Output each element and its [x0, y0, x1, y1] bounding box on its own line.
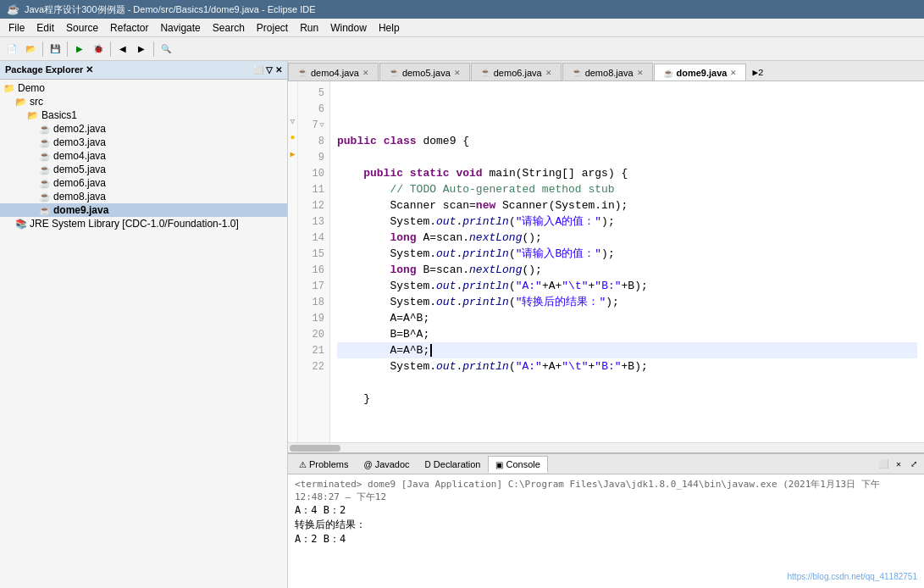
code-editor[interactable]: ▽ ● ▶ 567▽8910111213141516171819202122: [288, 81, 924, 442]
back-button[interactable]: ◀: [114, 41, 131, 58]
code-content[interactable]: public class dome9 { public static void …: [330, 81, 924, 442]
menu-item-project[interactable]: Project: [252, 20, 293, 36]
tab-close-button[interactable]: ✕: [362, 69, 369, 77]
line-num-11: 11: [298, 181, 329, 197]
tree-label: demo8.java: [53, 191, 106, 202]
bottom-tab-declaration[interactable]: DDeclaration: [418, 456, 489, 473]
bottom-tabs: ⚠Problems@JavadocDDeclaration▣Console⬜✕⤢: [288, 454, 924, 474]
tree-icon: 📂: [15, 97, 27, 108]
line-num-19: 19: [298, 310, 329, 326]
tab-dome9_java[interactable]: ☕dome9.java✕: [654, 64, 747, 81]
code-line-11: long A=scan.nextLong();: [337, 230, 917, 246]
line-num-9: 9: [298, 149, 329, 165]
search-button[interactable]: 🔍: [158, 41, 174, 58]
line-num-12: 12: [298, 197, 329, 214]
editor-tabs: ☕demo4.java✕☕demo5.java✕☕demo6.java✕☕dem…: [288, 61, 924, 81]
line-num-15: 15: [298, 246, 329, 262]
bottom-tab-label: Declaration: [434, 459, 481, 469]
tree-item-JRE_System_Library_[CDC-1.0/Foundation-1.0][interactable]: 📚JRE System Library [CDC-1.0/Foundation-…: [0, 217, 287, 230]
bottom-tab-console[interactable]: ▣Console: [488, 456, 547, 473]
java-icon: ☕: [7, 3, 19, 15]
code-line-13: long B=scan.nextLong();: [337, 262, 917, 278]
tree-item-src[interactable]: 📂src: [0, 95, 287, 108]
menu-item-help[interactable]: Help: [373, 20, 405, 36]
tab-demo6_java[interactable]: ☕demo6.java✕: [471, 63, 562, 80]
menu-item-window[interactable]: Window: [325, 20, 372, 36]
h-scroll-thumb[interactable]: [290, 445, 340, 452]
debug-button[interactable]: 🐞: [90, 41, 107, 58]
tree-icon: 📁: [3, 83, 15, 94]
console-output-line: 转换后的结果：: [295, 518, 917, 532]
tree-item-demo3.java[interactable]: ☕demo3.java: [0, 136, 287, 149]
bottom-tab-icon-declaration: D: [425, 460, 431, 469]
code-line-5: public class dome9 {: [337, 133, 917, 149]
close-icon[interactable]: ✕: [275, 65, 282, 75]
tree-item-dome9.java[interactable]: ☕dome9.java: [0, 203, 287, 217]
menu-item-search[interactable]: Search: [207, 20, 250, 36]
bottom-tab-javadoc[interactable]: @Javadoc: [356, 456, 417, 473]
sidebar: Package Explorer ✕ ⬜ ▽ ✕ 📁Demo📂src📂Basic…: [0, 61, 288, 588]
panel-action-2[interactable]: ⤢: [907, 458, 921, 471]
tree-icon: ☕: [39, 164, 51, 175]
console-content[interactable]: <terminated> dome9 [Java Application] C:…: [288, 474, 924, 588]
sidebar-title: Package Explorer ✕: [5, 64, 93, 75]
tab-close-button[interactable]: ✕: [545, 69, 552, 77]
line-num-13: 13: [298, 214, 329, 230]
menu-item-edit[interactable]: Edit: [31, 20, 59, 36]
tree-label: demo4.java: [53, 150, 106, 162]
horizontal-scrollbar[interactable]: [288, 442, 924, 452]
tree-icon: 📂: [27, 110, 39, 121]
tab-demo8_java[interactable]: ☕demo8.java✕: [562, 63, 653, 80]
menu-item-file[interactable]: File: [3, 20, 30, 36]
panel-action-0[interactable]: ⬜: [877, 458, 890, 471]
tree-item-demo6.java[interactable]: ☕demo6.java: [0, 176, 287, 190]
bottom-tab-icon-javadoc: @: [363, 460, 372, 469]
editor-area: ☕demo4.java✕☕demo5.java✕☕demo6.java✕☕dem…: [288, 61, 924, 588]
menu-bar: FileEditSourceRefactorNavigateSearchProj…: [0, 19, 924, 37]
sidebar-header: Package Explorer ✕ ⬜ ▽ ✕: [0, 61, 287, 80]
code-line-22: [337, 407, 917, 423]
tree-item-demo4.java[interactable]: ☕demo4.java: [0, 149, 287, 163]
gutter-collapse-7: ▽: [288, 114, 297, 130]
bottom-tab-icon-problems: ⚠: [299, 460, 307, 469]
code-line-21: }: [337, 391, 917, 407]
forward-button[interactable]: ▶: [133, 41, 150, 58]
tab-demo4_java[interactable]: ☕demo4.java✕: [288, 63, 379, 80]
tree-icon: ☕: [39, 205, 51, 216]
tab-label: demo6.java: [494, 68, 542, 78]
tree-item-Demo[interactable]: 📁Demo: [0, 81, 287, 95]
tree-label: demo3.java: [53, 136, 106, 148]
toolbar: 📄 📂 💾 ▶ 🐞 ◀ ▶ 🔍: [0, 37, 924, 61]
run-button[interactable]: ▶: [71, 41, 88, 58]
panel-action-1[interactable]: ✕: [892, 458, 905, 471]
new-button[interactable]: 📄: [3, 41, 20, 58]
open-button[interactable]: 📂: [22, 41, 39, 58]
tab-close-button[interactable]: ✕: [637, 69, 644, 77]
code-line-9: Scanner scan=new Scanner(System.in);: [337, 197, 917, 214]
tab-demo5_java[interactable]: ☕demo5.java✕: [379, 63, 470, 80]
menu-icon[interactable]: ▽: [266, 65, 273, 75]
tree-label: demo6.java: [53, 177, 106, 189]
tab-close-button[interactable]: ✕: [454, 69, 461, 77]
collapse-icon[interactable]: ⬜: [253, 65, 263, 75]
tree-item-demo8.java[interactable]: ☕demo8.java: [0, 190, 287, 203]
line-num-17: 17: [298, 278, 329, 294]
code-line-15: System.out.println("转换后的结果：");: [337, 294, 917, 310]
menu-item-refactor[interactable]: Refactor: [105, 20, 153, 36]
menu-item-navigate[interactable]: Navigate: [155, 20, 205, 36]
save-button[interactable]: 💾: [47, 41, 64, 58]
tree-label: JRE System Library [CDC-1.0/Foundation-1…: [30, 218, 239, 230]
bottom-tab-problems[interactable]: ⚠Problems: [291, 456, 356, 473]
line-num-16: 16: [298, 262, 329, 278]
tab-close-button[interactable]: ✕: [730, 69, 737, 77]
menu-item-source[interactable]: Source: [61, 20, 103, 36]
tree-item-demo5.java[interactable]: ☕demo5.java: [0, 163, 287, 176]
tree-item-demo2.java[interactable]: ☕demo2.java: [0, 122, 287, 136]
tab-overflow-button[interactable]: ▶2: [747, 64, 768, 80]
tree-item-Basics1[interactable]: 📂Basics1: [0, 108, 287, 122]
console-output-line: A：2 B：4: [295, 532, 917, 546]
tree-icon: ☕: [39, 137, 51, 148]
tab-java-icon: ☕: [389, 68, 399, 77]
menu-item-run[interactable]: Run: [295, 20, 324, 36]
tree-label: Basics1: [41, 109, 77, 121]
